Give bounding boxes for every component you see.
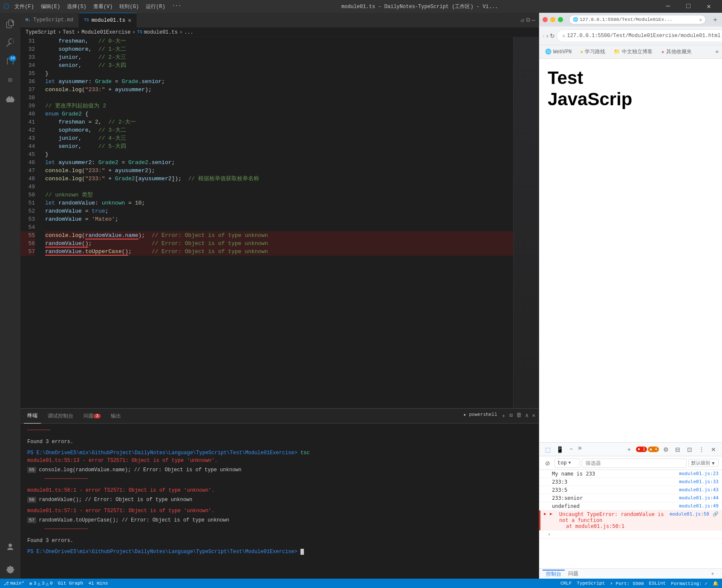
console-source-error[interactable]: module01.js:50 [670,511,709,517]
devtools-vertical-btn[interactable]: ⊟ [673,444,683,455]
browser-new-tab-btn[interactable]: ＋ [712,15,719,24]
breadcrumb-test[interactable]: Test [63,29,75,35]
statusbar-eslint[interactable]: ESLint [649,581,666,586]
devtools-console-tab[interactable]: 控制台 [543,570,565,578]
maximize-button[interactable]: □ [679,0,698,13]
error-link-icon[interactable]: 🔗 [713,511,719,517]
code-line-33: junior, // 2-大三 [45,53,513,61]
activity-extensions[interactable] [3,91,18,107]
terminal-tab-terminal[interactable]: 终端 [24,409,41,424]
activity-run-debug[interactable] [3,72,18,88]
menu-run[interactable]: 运行(R) [146,3,165,10]
console-source-4[interactable]: module01.js:44 [679,495,719,501]
terminal-close-btn[interactable]: ✕ [532,412,535,420]
breadcrumb-typescript[interactable]: TypeScript [26,29,56,35]
devtools-level-btn[interactable]: 默认级别 ▼ [688,459,719,467]
devtools-elements-tab[interactable]: ⋯ [566,444,576,454]
console-source-1[interactable]: module01.js:23 [679,471,719,476]
devtools-issues-tab[interactable]: 问题 [565,570,582,577]
statusbar-port[interactable]: ⚡ Port: 5500 [610,581,644,586]
menu-more[interactable]: ··· [172,3,182,10]
terminal-tab-debug[interactable]: 调试控制台 [44,409,77,424]
bookmark-learning[interactable]: ★ 学习路线 [578,47,608,56]
bookmark-chinese[interactable]: 📁 中文独立博客 [611,47,655,56]
console-row-3: 233:5 module01.js:43 [539,486,722,494]
bookmark-chinese-label: 中文独立博客 [622,48,653,55]
menu-view[interactable]: 查看(V) [93,3,113,10]
menu-edit[interactable]: 编辑(E) [41,3,61,10]
browser-tab-close[interactable]: ✕ [699,17,702,23]
tab-history-btn[interactable]: ↺ [520,17,524,24]
devtools-settings-btn[interactable]: ⚙ [661,444,671,455]
console-source-3[interactable]: module01.js:43 [679,487,719,493]
console-source-5[interactable]: module01.js:49 [679,503,719,509]
statusbar-notification-btn[interactable]: 🔔 [713,581,719,586]
source-control-badge: 10 [9,55,16,61]
devtools-device-btn[interactable]: 📱 [554,444,565,455]
terminal-chevron-up-btn[interactable]: ∧ [525,412,529,420]
code-area[interactable]: freshman, // 0-大一 sophomore, // 1-大二 jun… [42,37,513,408]
tab-split-btn[interactable]: ⧉ [526,17,530,24]
term-found-errors-1: Found 3 errors. [27,438,532,446]
browser-bookmarks: 🌐 WebVPN ★ 学习路线 📁 中文独立博客 ★ 其他收藏夹 » [539,45,722,59]
devtools-inspect-btn[interactable]: ⬚ [543,444,553,455]
bookmarks-expand-btn[interactable]: » [716,49,719,55]
bookmark-webvpn-label: WebVPN [553,49,572,55]
statusbar-eol[interactable]: CRLF [560,581,572,586]
breadcrumb-module01-ts[interactable]: module01.ts [144,29,178,35]
terminal-trash-btn[interactable]: 🗑 [516,412,522,420]
md-icon: M↓ [26,18,31,23]
activity-search[interactable] [3,35,18,50]
url-lock-icon: ⚠ [562,32,565,39]
menu-select[interactable]: 选择(S) [67,3,87,10]
devtools-clear-btn[interactable]: ⊘ [543,458,553,468]
statusbar-formatting[interactable]: Formatting: ✓ [671,581,708,586]
browser-min-dot[interactable] [550,17,555,22]
devtools-add-btn[interactable]: ＋ [624,444,634,455]
devtools-more-btn[interactable]: ⋮ [696,444,707,455]
expand-arrow: › [548,531,551,537]
browser-back-btn[interactable]: ‹ [543,30,545,42]
bookmark-webvpn[interactable]: 🌐 WebVPN [543,48,574,56]
devtools-console-content[interactable]: My name is 233 module01.js:23 233:3 modu… [539,470,722,568]
browser-reload-btn[interactable]: ↻ [550,30,555,42]
browser-close-dot[interactable] [543,17,548,22]
filter-dropdown-icon[interactable]: ▼ [569,461,571,465]
devtools-dock-btn[interactable]: ⊡ [684,444,695,455]
tab-typescript-md[interactable]: M↓ TypeScript.md [20,13,79,28]
console-row-expand-hint[interactable]: › [539,530,722,539]
code-line-46: let ayusummer2: Grade2 = Grade2.senior; [45,159,513,167]
breadcrumb-module01exercise[interactable]: Module01Exercise [81,29,130,35]
terminal-add-btn[interactable]: ＋ [501,412,506,420]
tab-module01-ts[interactable]: TS module01.ts ✕ [79,13,137,28]
tab-more-btn[interactable]: ⋯ [532,17,535,24]
terminal-split-btn[interactable]: ⊟ [510,412,513,420]
browser-url-bar[interactable]: ⚠ 127.0.0.1:5500/Test/Module01Exercise/m… [557,29,722,42]
statusbar-git-graph[interactable]: Git Graph [58,581,83,586]
activity-explorer[interactable] [3,16,18,32]
terminal-tab-problems[interactable]: 问题 3 [80,409,104,424]
activity-settings[interactable] [3,562,18,577]
devtools-toolbar: ⬚ 📱 ⋯ » ＋ ● 1 ▲ 4 ⚙ ⊟ ⊡ [539,443,722,456]
devtools-close-btn[interactable]: ✕ [708,444,719,455]
close-button[interactable]: ✕ [699,0,719,13]
devtools-more-panels-btn[interactable]: » [576,444,584,454]
menu-goto[interactable]: 转到(G) [119,3,139,10]
menu-file[interactable]: 文件(F) [14,3,34,10]
minimize-button[interactable]: ─ [658,0,678,13]
statusbar-errors[interactable]: ⊗ 3 △ 3 △ 0 [29,581,53,586]
code-line-45: } [45,150,513,159]
devtools-filter-input[interactable] [582,458,687,468]
tab-close-button[interactable]: ✕ [128,17,131,24]
browser-forward-btn[interactable]: › [546,30,549,42]
browser-max-dot[interactable] [558,17,563,22]
bookmark-others[interactable]: ★ 其他收藏夹 [658,47,694,56]
terminal-tab-output[interactable]: 输出 [107,409,124,424]
activity-accounts[interactable] [3,539,18,555]
statusbar-language[interactable]: TypeScript [577,581,605,586]
terminal-content[interactable]: ~~~~~~~~~ Found 3 errors. PS E:\OneDrive… [20,424,539,579]
statusbar-branch[interactable]: ⎇ main* [3,581,24,586]
devtools-add-tab[interactable]: ＋ [707,570,719,577]
console-source-2[interactable]: module01.js:33 [679,479,719,484]
activity-source-control[interactable]: 10 [3,54,18,69]
